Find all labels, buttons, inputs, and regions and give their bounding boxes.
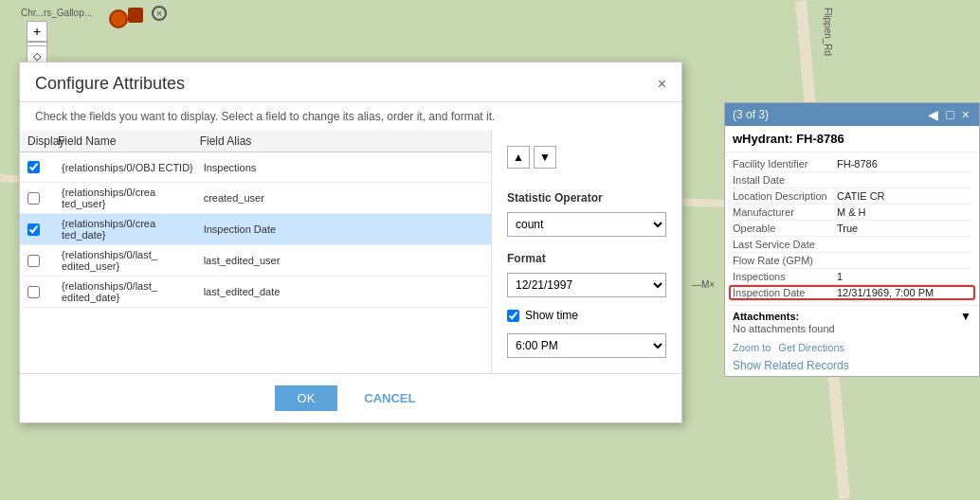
row4-checkbox[interactable] (27, 255, 40, 267)
row2-checkbox[interactable] (27, 192, 40, 205)
show-time-checkbox[interactable] (507, 310, 519, 322)
info-row-operable: Operable True (733, 221, 971, 237)
table-row[interactable]: {relationships/0/crea ted_date} Inspecti… (20, 214, 491, 245)
info-panel-header: (3 of 3) ◀ □ × (725, 103, 979, 126)
info-val: FH-8786 (837, 158, 971, 170)
row1-field-alias: Inspections (200, 160, 342, 175)
move-up-button[interactable]: ▲ (507, 146, 530, 169)
row3-checkbox[interactable] (27, 223, 40, 236)
row5-field-alias: last_edited_date (200, 284, 342, 299)
dialog-footer: OK CANCEL (20, 373, 681, 422)
info-key: Install Date (733, 174, 837, 186)
info-val (837, 174, 971, 186)
info-panel-nav-label: (3 of 3) (733, 108, 769, 121)
row5-field-name: {relationships/0/last_ edited_date} (58, 278, 200, 305)
map-marker-1 (109, 9, 128, 28)
format-label: Format (507, 252, 666, 265)
info-row-inspection-date: Inspection Date 12/31/1969, 7:00 PM (733, 285, 971, 301)
get-directions-link[interactable]: Get Directions (778, 342, 844, 353)
table-row[interactable]: {relationships/0/crea ted_user} created_… (20, 183, 491, 214)
info-key: Inspection Date (733, 287, 837, 298)
statistic-operator-select[interactable]: count sum min max avg (507, 212, 666, 237)
configure-attributes-dialog: Configure Attributes × Check the fields … (19, 62, 682, 423)
info-record-title: wHydrant: FH-8786 (725, 126, 979, 152)
attributes-table-area: Display Field Name Field Alias {relation… (20, 131, 492, 373)
info-row-flow-rate: Flow Rate (GPM) (733, 253, 971, 269)
dialog-title: Configure Attributes (35, 74, 185, 94)
info-val: M & H (837, 206, 971, 218)
attachments-none: No attachments found (733, 323, 971, 334)
info-val: 12/31/1969, 7:00 PM (837, 287, 971, 298)
info-panel-nav: ◀ □ × (926, 107, 971, 122)
show-related-records-link[interactable]: Show Related Records (733, 359, 849, 372)
info-footer-links: Show Related Records (725, 357, 979, 376)
attachments-title: Attachments: (733, 311, 799, 322)
info-val: True (837, 223, 971, 234)
statistic-operator-label: Statistic Operator (507, 191, 666, 205)
info-key: Inspections (733, 271, 837, 282)
zoom-in-button[interactable]: + (27, 21, 47, 42)
attachments-expand-button[interactable]: ▼ (960, 310, 971, 323)
info-key: Location Description (733, 190, 837, 202)
format-select[interactable]: 12/21/1997 (507, 273, 666, 297)
info-val (837, 255, 971, 266)
arrow-buttons: ▲ ▼ (507, 146, 666, 169)
info-key: Last Service Date (733, 239, 837, 250)
row4-field-alias: last_edited_user (200, 253, 342, 268)
row5-checkbox[interactable] (27, 286, 40, 298)
attachments-dropdown: Attachments: ▼ (733, 310, 971, 323)
table-row[interactable]: {relationships/0/last_ edited_date} last… (20, 277, 491, 308)
map-label-flippen: Flippen_Rd (823, 8, 833, 56)
info-row-last-service: Last Service Date (733, 237, 971, 253)
info-close-button[interactable]: × (960, 107, 971, 122)
show-time-label: Show time (525, 309, 578, 322)
row4-field-name: {relationships/0/last_ edited_user} (58, 247, 200, 274)
col-display: Display (27, 134, 58, 148)
row3-field-name: {relationships/0/crea ted_date} (58, 216, 200, 242)
cancel-button[interactable]: CANCEL (353, 385, 426, 411)
dialog-close-button[interactable]: × (658, 77, 666, 92)
info-window-button[interactable]: □ (944, 107, 955, 122)
info-key: Facility Identifier (733, 158, 837, 170)
info-row-manufacturer: Manufacturer M & H (733, 205, 971, 221)
info-key: Operable (733, 223, 837, 234)
info-row-inspections: Inspections 1 (733, 269, 971, 285)
row2-field-alias: created_user (200, 190, 342, 205)
info-row-location: Location Description CATIE CR (733, 188, 971, 205)
move-down-button[interactable]: ▼ (534, 146, 556, 169)
show-time-row: Show time (507, 309, 666, 322)
dialog-body: Display Field Name Field Alias {relation… (20, 131, 681, 373)
info-footer: Zoom to Get Directions (725, 338, 979, 357)
ok-button[interactable]: OK (275, 385, 338, 411)
row1-checkbox[interactable] (27, 161, 40, 173)
col-field-name: Field Name (58, 134, 200, 148)
row3-field-alias: Inspection Date (200, 222, 342, 237)
map-label-chr: Chr...rs_Gallop... (21, 8, 92, 18)
row2-field-name: {relationships/0/crea ted_user} (58, 185, 200, 211)
map-icon-1 (128, 8, 143, 23)
info-panel: (3 of 3) ◀ □ × wHydrant: FH-8786 Facilit… (724, 102, 980, 377)
table-row[interactable]: {relationships/0/last_ edited_user} last… (20, 245, 491, 277)
table-scroll[interactable]: {relationships/0/OBJ ECTID} Inspections … (20, 152, 491, 308)
info-key: Flow Rate (GPM) (733, 255, 837, 266)
dialog-header: Configure Attributes × (20, 62, 681, 102)
info-rows: Facility Identifier FH-8786 Install Date… (725, 152, 979, 305)
config-area: ▲ ▼ Statistic Operator count sum min max… (492, 131, 681, 373)
info-val (837, 239, 971, 250)
info-key: Manufacturer (733, 206, 837, 218)
info-row-facility: Facility Identifier FH-8786 (733, 156, 971, 172)
attachments-section: Attachments: ▼ No attachments found (725, 305, 979, 338)
col-field-alias: Field Alias (200, 134, 342, 148)
dialog-subtitle: Check the fields you want to display. Se… (20, 102, 681, 131)
table-header: Display Field Name Field Alias (20, 131, 491, 152)
info-row-install: Install Date (733, 172, 971, 188)
map-icon-x: × (152, 6, 167, 21)
time-select[interactable]: 6:00 PM 12:00 AM 12:00 PM (507, 333, 666, 358)
table-row[interactable]: {relationships/0/OBJ ECTID} Inspections (20, 152, 491, 183)
info-val: CATIE CR (837, 190, 971, 202)
zoom-to-link[interactable]: Zoom to (733, 342, 771, 353)
info-prev-button[interactable]: ◀ (926, 107, 940, 122)
row1-field-name: {relationships/0/OBJ ECTID} (58, 160, 200, 175)
map-label-m: —M× (692, 279, 715, 290)
info-val: 1 (837, 271, 971, 282)
